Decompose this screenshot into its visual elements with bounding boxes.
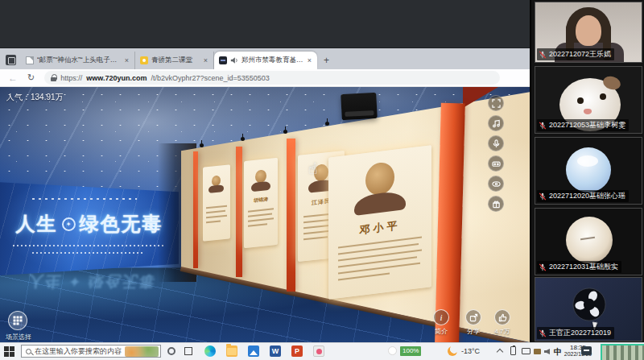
tab-close-icon[interactable]: × — [203, 56, 208, 64]
browser-toolbar: ← ↻ https://www.720yun.com/t/b2vkOyphr27… — [0, 69, 530, 87]
participant-video-partial[interactable] — [601, 344, 644, 360]
temperature-label[interactable]: -13°C — [461, 347, 480, 355]
participant-name: 2022712053基础李树雯 — [549, 120, 625, 130]
page-favicon — [26, 56, 34, 64]
tab-close-icon[interactable]: × — [307, 56, 312, 64]
viewer-side-controls — [488, 95, 504, 212]
search-icon — [26, 349, 31, 354]
participant-name: 2022712072王乐嫣 — [549, 49, 611, 60]
participant-video[interactable]: 2022712020基础张心瑶 — [535, 137, 642, 205]
mic-muted-icon — [539, 329, 547, 337]
gyroscope-button[interactable] — [488, 176, 504, 192]
anime-avatar — [566, 147, 611, 192]
tab-title: 青骄第二课堂 — [151, 56, 200, 65]
participant-video[interactable]: 王官正2022712019 — [535, 277, 642, 341]
taskbar-search[interactable] — [21, 345, 161, 358]
mic-muted-icon — [539, 122, 547, 130]
orange-pillar — [287, 139, 295, 292]
leader-poster-dengxiaoping: 邓小平 — [328, 145, 431, 300]
participant-name-chip: 2022712031基础殷实 — [537, 261, 621, 273]
participant-name: 2022712020基础张心瑶 — [549, 191, 625, 201]
weather-icon[interactable] — [388, 346, 397, 355]
voice-narration-button[interactable] — [488, 135, 504, 151]
tab-close-icon[interactable]: × — [124, 56, 130, 64]
participant-name: 王官正2022712019 — [549, 328, 611, 338]
tray-folder-icon[interactable] — [534, 349, 541, 354]
track-light — [283, 130, 287, 134]
led-screen: 人生 ✦ 绿色无毒 — [0, 180, 179, 275]
scene-select-label: 场景选择 — [0, 333, 37, 341]
screen-slogan: 人生 ✦ 绿色无毒 — [0, 211, 184, 237]
track-light — [200, 143, 204, 147]
participant-video[interactable]: 2022712053基础李树雯 — [535, 66, 642, 134]
lock-icon[interactable] — [51, 74, 56, 81]
refresh-icon[interactable]: ↻ — [27, 72, 35, 83]
photos-app-icon[interactable] — [248, 346, 259, 357]
slogan-left: 人生 — [16, 211, 58, 237]
tab-qingjiao-classroom[interactable]: 青骄第二课堂 × — [135, 52, 214, 69]
meeting-participant-strip: 2022712072王乐嫣 2022712053基础李树雯 2022712020… — [530, 0, 644, 342]
powerpoint-icon[interactable]: P — [291, 346, 303, 357]
orange-pillar — [236, 147, 242, 277]
screen-subtext-row — [32, 252, 145, 254]
participant-name: 2022712031基础殷实 — [549, 262, 618, 272]
intro-button[interactable]: i — [433, 309, 449, 325]
tab-title: “邮票”“神仙水”“上头电子烟”“迷 — [37, 56, 121, 65]
slogan-right: 绿色无毒 — [80, 211, 163, 237]
like-count-label: 4.7万 — [486, 327, 518, 336]
task-view-icon[interactable] — [184, 347, 192, 355]
screen-root: “邮票”“神仙水”“上头电子烟”“迷 × 青骄第二课堂 × 郑州市禁毒教育基地虚… — [0, 0, 644, 360]
search-highlight-art[interactable] — [125, 346, 159, 357]
word-icon[interactable]: W — [270, 346, 281, 357]
pinned-app-icon[interactable] — [313, 346, 324, 357]
url-host: www.720yun.com — [86, 74, 147, 82]
pano-hand-cursor: ☝ — [308, 159, 318, 178]
leader-poster-hujintao: 胡锦涛 — [244, 158, 278, 248]
participant-name-chip: 2022712020基础张心瑶 — [537, 190, 629, 202]
url-path: /t/b2vkOyphr27?scene_id=53550503 — [151, 74, 269, 82]
battery-percent-badge[interactable]: 100% — [400, 346, 421, 356]
file-explorer-icon[interactable] — [226, 346, 237, 357]
music-button[interactable] — [488, 115, 504, 131]
search-input[interactable] — [35, 347, 122, 355]
scene-select-button[interactable] — [8, 311, 27, 330]
edge-icon[interactable] — [204, 346, 216, 357]
popularity-counter: 人气：134.91万 — [6, 92, 64, 103]
fullscreen-button[interactable] — [488, 95, 504, 111]
start-button[interactable] — [4, 346, 14, 357]
participant-video[interactable]: 2022712072王乐嫣 — [535, 2, 642, 63]
share-button[interactable] — [465, 309, 481, 325]
obs-logo — [571, 286, 608, 323]
vr-mode-button[interactable] — [488, 155, 504, 172]
cortana-icon[interactable] — [167, 347, 175, 355]
panorama-viewer[interactable]: 人生 ✦ 绿色无毒 人生 ✦ 绿色无毒 — [0, 87, 530, 342]
like-button[interactable] — [494, 309, 510, 325]
tab-antidrug-base-tour[interactable]: 郑州市禁毒教育基地虚拟三 × — [214, 52, 317, 69]
url-scheme: https:// — [60, 74, 82, 82]
tab-drug-article[interactable]: “邮票”“神仙水”“上头电子烟”“迷 × — [21, 52, 135, 69]
back-icon[interactable]: ← — [8, 72, 18, 84]
tray-display-icon[interactable] — [522, 348, 530, 354]
tray-battery-icon[interactable] — [510, 346, 516, 355]
intro-label: 简介 — [425, 327, 457, 336]
ime-indicator[interactable]: 中 — [554, 346, 562, 358]
participant-name-chip: 王官正2022712019 — [537, 327, 614, 339]
browser-tab-strip: “邮票”“神仙水”“上头电子烟”“迷 × 青骄第二课堂 × 郑州市禁毒教育基地虚… — [0, 48, 530, 69]
projector — [341, 93, 378, 120]
background-window-area — [0, 0, 530, 48]
site-favicon — [219, 56, 227, 64]
grid-icon — [13, 316, 23, 325]
tab-audio-icon[interactable] — [230, 56, 238, 64]
screen-small-text-row — [32, 198, 137, 200]
screen-subtext-row — [13, 245, 166, 246]
gift-button[interactable] — [488, 196, 504, 212]
new-tab-button[interactable]: + — [324, 56, 329, 65]
participant-video[interactable]: 2022712031基础殷实 — [535, 208, 642, 275]
browser-workspaces-icon[interactable] — [6, 55, 16, 65]
qingjiao-favicon — [140, 56, 148, 64]
address-bar[interactable]: https://www.720yun.com/t/b2vkOyphr27?sce… — [44, 71, 500, 85]
leader-poster — [203, 164, 230, 242]
orange-pillar — [193, 151, 198, 268]
action-center-icon[interactable] — [581, 346, 592, 355]
night-weather-icon[interactable] — [448, 346, 457, 356]
